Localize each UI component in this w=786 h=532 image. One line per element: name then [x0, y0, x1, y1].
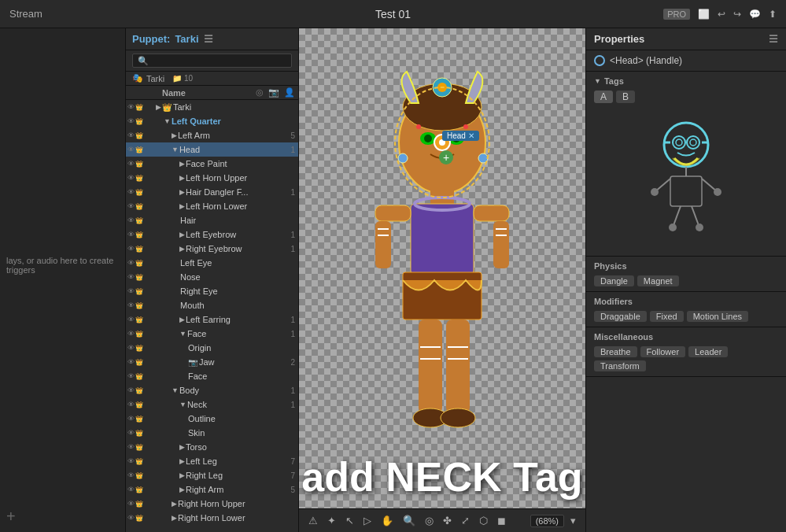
eye-icon[interactable]: 👁 — [127, 344, 135, 352]
layer-item[interactable]: 👁👑Outline — [126, 412, 298, 426]
eye-icon[interactable]: 👁 — [127, 471, 135, 479]
layer-item[interactable]: 👁👑▶Right Arm5 — [126, 482, 298, 497]
layer-arrow[interactable]: ▶ — [156, 103, 161, 111]
layer-item[interactable]: 👁👑▶👑Tarki — [126, 100, 298, 114]
layer-arrow[interactable]: ▶ — [172, 514, 177, 522]
eye-icon[interactable]: 👁 — [127, 429, 135, 437]
tool-warp[interactable]: ⤢ — [458, 513, 473, 528]
tool-select[interactable]: ▷ — [360, 513, 375, 528]
layer-icon2[interactable]: 👑 — [135, 231, 143, 238]
layer-arrow[interactable]: ▶ — [179, 486, 185, 493]
eye-icon[interactable]: 👁 — [127, 486, 135, 493]
layer-icon2[interactable]: 👑 — [135, 104, 143, 111]
layer-item[interactable]: 👁👑Origin — [126, 341, 298, 355]
head-label-close[interactable]: ✕ — [468, 131, 474, 140]
layer-icon2[interactable]: 👑 — [135, 373, 143, 380]
redo-icon[interactable]: ↪ — [733, 9, 741, 20]
layer-icon2[interactable]: 👑 — [135, 472, 143, 479]
eye-icon[interactable]: 👁 — [127, 202, 135, 210]
eye-icon[interactable]: 👁 — [127, 188, 135, 196]
tool-hand[interactable]: ✋ — [378, 513, 397, 528]
layer-icon2[interactable]: 👑 — [135, 430, 143, 437]
tag-chip[interactable]: Follower — [640, 346, 686, 357]
layer-icon2[interactable]: 👑 — [135, 189, 143, 196]
layer-item[interactable]: 👁👑▼Head1 — [126, 142, 298, 157]
tool-pin[interactable]: ◎ — [422, 513, 437, 528]
eye-icon[interactable]: 👁 — [127, 457, 135, 465]
tag-chip[interactable]: Magnet — [637, 275, 679, 286]
layer-arrow[interactable]: ▶ — [172, 500, 177, 508]
layer-icon2[interactable]: 👑 — [135, 146, 143, 153]
layer-icon2[interactable]: 👑 — [135, 444, 143, 451]
layer-arrow[interactable]: ▶ — [179, 471, 185, 479]
layer-arrow[interactable]: ▶ — [179, 202, 185, 210]
layer-icon2[interactable]: 👑 — [135, 486, 143, 493]
layer-arrow[interactable]: ▶ — [179, 316, 185, 323]
eye-icon[interactable]: 👁 — [127, 160, 135, 168]
eye-icon[interactable]: 👁 — [127, 174, 135, 182]
eye-icon[interactable]: 👁 — [127, 514, 135, 522]
eye-icon[interactable]: 👁 — [127, 259, 135, 267]
eye-icon[interactable]: 👁 — [127, 330, 135, 338]
eye-icon[interactable]: 👁 — [127, 415, 135, 423]
layer-icon2[interactable]: 👑 — [135, 288, 143, 295]
layer-item[interactable]: 👁👑▼Face1 — [126, 327, 298, 341]
layer-item[interactable]: 👁👑Mouth — [126, 298, 298, 312]
eye-icon[interactable]: 👁 — [127, 273, 135, 281]
canvas-area[interactable]: Head ✕ + add NECK Tag ⚠ ✦ ↖ ▷ ✋ 🔍 ◎ ✤ ⤢ … — [299, 28, 585, 532]
eye-icon[interactable]: 👁 — [127, 216, 135, 224]
layer-icon2[interactable]: 👑 — [135, 387, 143, 394]
tool-zoom[interactable]: 🔍 — [400, 513, 419, 528]
layer-item[interactable]: 👁👑Nose — [126, 270, 298, 284]
layer-arrow[interactable]: ▼ — [164, 117, 171, 125]
eye-icon[interactable]: 👁 — [127, 443, 135, 451]
layer-item[interactable]: 👁👑▶Left Horn Lower — [126, 199, 298, 213]
tool-mesh[interactable]: ⬡ — [476, 513, 491, 528]
layer-icon2[interactable]: 👑 — [135, 175, 143, 182]
layer-icon2[interactable]: 👑 — [135, 515, 143, 522]
eye-icon[interactable]: 👁 — [127, 287, 135, 295]
layer-arrow[interactable]: ▶ — [172, 131, 177, 139]
eye-icon[interactable]: 👁 — [127, 316, 135, 323]
layer-icon2[interactable]: 👑 — [135, 401, 143, 408]
layer-item[interactable]: 👁👑▶Left Eyebrow1 — [126, 227, 298, 242]
undo-icon[interactable]: ↩ — [718, 9, 725, 20]
chat-icon[interactable]: 💬 — [749, 9, 761, 20]
puppet-name[interactable]: Tarki — [175, 33, 198, 45]
eye-icon[interactable]: 👁 — [127, 358, 135, 366]
layer-arrow[interactable]: ▼ — [172, 386, 179, 394]
eye-icon[interactable]: 👁 — [127, 231, 135, 238]
zoom-indicator[interactable]: (68%) — [530, 515, 564, 527]
layer-arrow[interactable]: ▶ — [179, 188, 185, 196]
export-icon[interactable]: ⬆ — [769, 9, 777, 20]
layer-arrow[interactable]: ▶ — [179, 443, 185, 451]
eye-icon[interactable]: 👁 — [127, 372, 135, 380]
puppet-tab-tarki[interactable]: 🎭 Tarki — [132, 73, 164, 83]
eye-icon[interactable]: 👁 — [127, 401, 135, 408]
tag-chip[interactable]: Transform — [594, 360, 646, 371]
layer-arrow[interactable]: ▶ — [179, 174, 185, 182]
search-input[interactable] — [132, 54, 292, 68]
layer-icon2[interactable]: 👑 — [135, 501, 143, 508]
eye-icon[interactable]: 👁 — [127, 301, 135, 309]
layer-arrow[interactable]: ▶ — [179, 231, 185, 238]
tag-chip[interactable]: Draggable — [594, 311, 647, 322]
layer-icon2[interactable]: 👑 — [135, 217, 143, 224]
layer-item[interactable]: 👁👑▶Left Earring1 — [126, 312, 298, 327]
add-trigger-button[interactable]: + — [0, 501, 125, 532]
layer-arrow[interactable]: ▼ — [179, 330, 186, 338]
zoom-dropdown[interactable]: ▾ — [567, 513, 579, 528]
tag-b-button[interactable]: B — [616, 91, 635, 103]
layer-item[interactable]: 👁👑▶Right Leg7 — [126, 468, 298, 482]
layer-icon2[interactable]: 👑 — [135, 132, 143, 139]
layer-item[interactable]: 👁👑▼Body1 — [126, 383, 298, 397]
layer-icon2[interactable]: 👑 — [135, 260, 143, 267]
tool-add[interactable]: ✦ — [324, 513, 339, 528]
layer-item[interactable]: 👁👑Hair — [126, 213, 298, 227]
layer-icon2[interactable]: 👑 — [135, 246, 143, 253]
eye-icon[interactable]: 👁 — [127, 103, 135, 111]
layer-item[interactable]: 👁👑▶Right Horn Upper — [126, 497, 298, 511]
tag-chip[interactable]: Breathe — [594, 346, 637, 357]
layer-item[interactable]: 👁👑▶Right Eyebrow1 — [126, 242, 298, 256]
eye-icon[interactable]: 👁 — [127, 245, 135, 253]
